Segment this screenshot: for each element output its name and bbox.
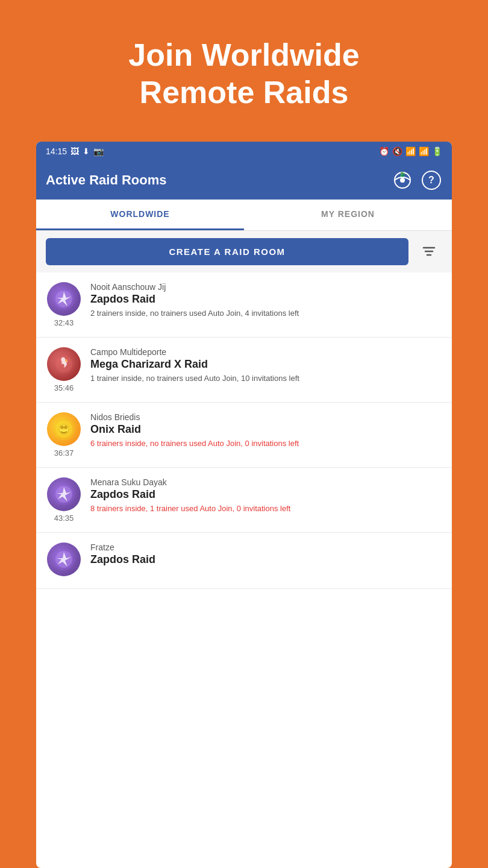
help-icon-button[interactable]: ?: [421, 169, 442, 191]
raid-list: 32:43 Nooit Aanschouw Jij Zapdos Raid 2 …: [36, 272, 452, 589]
raid-item[interactable]: 32:43 Nooit Aanschouw Jij Zapdos Raid 2 …: [36, 272, 452, 338]
raid-pokemon-icon: [47, 347, 81, 381]
download-icon: ⬇: [83, 146, 90, 156]
status-time: 14:15: [46, 146, 67, 156]
status-left: 14:15 🖼 ⬇ 📷: [46, 146, 104, 156]
app-bar-icons: 🐉 ?: [392, 169, 442, 191]
raid-icon-container: 43:35: [46, 477, 82, 523]
raid-item[interactable]: Fratze Zapdos Raid: [36, 533, 452, 589]
action-bar: CREATE A RAID ROOM: [36, 231, 452, 272]
mute-icon: 🔇: [392, 146, 402, 156]
alarm-icon: ⏰: [379, 146, 389, 156]
raid-status: 1 trainer inside, no trainers used Auto …: [90, 373, 442, 384]
app-bar-title: Active Raid Rooms: [46, 172, 167, 188]
raid-pokemon-icon: [47, 282, 81, 316]
phone-container: 14:15 🖼 ⬇ 📷 ⏰ 🔇 📶 📶 🔋 Active Raid Rooms …: [36, 142, 452, 868]
zapdos-svg: [52, 287, 76, 311]
raid-pokemon-icon: [47, 412, 81, 446]
raid-status: 2 trainers inside, no trainers used Auto…: [90, 308, 442, 319]
svg-point-15: [64, 426, 67, 429]
charizard-svg: [52, 352, 76, 376]
tabs-container: WORLDWIDE MY REGION: [36, 200, 452, 231]
raid-location: Nidos Briedis: [90, 412, 442, 422]
zapdos3-svg: [52, 547, 76, 571]
filter-button[interactable]: [416, 238, 442, 265]
raid-timer: 36:37: [54, 448, 74, 458]
raid-location: Campo Multideporte: [90, 347, 442, 357]
create-raid-room-button[interactable]: CREATE A RAID ROOM: [46, 238, 408, 265]
svg-point-14: [60, 426, 64, 429]
raid-timer: 35:46: [54, 383, 74, 392]
raid-icon-container: 32:43: [46, 282, 82, 327]
pokemon-icon-button[interactable]: 🐉: [392, 169, 413, 191]
raid-icon-container: [46, 542, 82, 579]
raid-pokemon-icon: [47, 542, 81, 576]
pokemon-icon: 🐉: [393, 171, 411, 189]
tab-worldwide[interactable]: WORLDWIDE: [36, 200, 244, 230]
raid-status: 6 trainers inside, no trainers used Auto…: [90, 438, 442, 449]
help-circle: ?: [422, 171, 441, 190]
svg-text:🐉: 🐉: [399, 171, 405, 177]
raid-location: Menara Suku Dayak: [90, 477, 442, 487]
raid-info: Menara Suku Dayak Zapdos Raid 8 trainers…: [90, 477, 442, 514]
status-bar: 14:15 🖼 ⬇ 📷 ⏰ 🔇 📶 📶 🔋: [36, 142, 452, 161]
raid-timer: 32:43: [54, 318, 74, 327]
raid-timer: 43:35: [54, 514, 74, 523]
signal-icon: 📶: [419, 146, 429, 156]
page-header-title: Join WorldwideRemote Raids: [80, 0, 407, 142]
raid-name: Zapdos Raid: [90, 293, 442, 306]
raid-name: Zapdos Raid: [90, 553, 442, 566]
wifi-icon: 📶: [405, 146, 416, 156]
raid-name: Onix Raid: [90, 423, 442, 436]
screen-icon: 📷: [93, 146, 104, 156]
raid-status: 8 trainers inside, 1 trainer used Auto J…: [90, 503, 442, 514]
battery-icon: 🔋: [432, 146, 442, 156]
raid-pokemon-icon: [47, 477, 81, 511]
raid-name: Zapdos Raid: [90, 488, 442, 501]
app-bar: Active Raid Rooms 🐉 ?: [36, 161, 452, 200]
photo-icon: 🖼: [70, 146, 79, 156]
raid-icon-container: 36:37: [46, 412, 82, 458]
raid-item[interactable]: 43:35 Menara Suku Dayak Zapdos Raid 8 tr…: [36, 468, 452, 533]
raid-icon-container: 35:46: [46, 347, 82, 392]
status-right: ⏰ 🔇 📶 📶 🔋: [379, 146, 442, 156]
filter-icon: [422, 244, 436, 259]
zapdos2-svg: [52, 482, 76, 506]
onix-svg: [52, 417, 76, 441]
raid-info: Nidos Briedis Onix Raid 6 trainers insid…: [90, 412, 442, 449]
raid-item[interactable]: 35:46 Campo Multideporte Mega Charizard …: [36, 338, 452, 403]
svg-point-10: [65, 359, 67, 362]
tab-my-region[interactable]: MY REGION: [244, 200, 452, 230]
raid-name: Mega Charizard X Raid: [90, 358, 442, 371]
raid-location: Nooit Aanschouw Jij: [90, 282, 442, 292]
raid-info: Fratze Zapdos Raid: [90, 542, 442, 568]
raid-info: Nooit Aanschouw Jij Zapdos Raid 2 traine…: [90, 282, 442, 319]
raid-location: Fratze: [90, 542, 442, 552]
raid-item[interactable]: 36:37 Nidos Briedis Onix Raid 6 trainers…: [36, 403, 452, 468]
raid-info: Campo Multideporte Mega Charizard X Raid…: [90, 347, 442, 384]
svg-point-1: [400, 178, 405, 183]
